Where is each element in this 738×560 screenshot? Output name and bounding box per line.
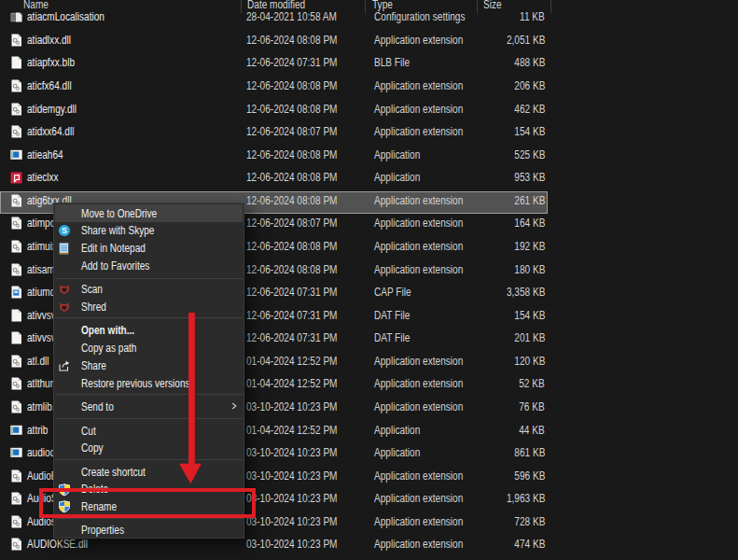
- svg-text:S: S: [62, 227, 67, 236]
